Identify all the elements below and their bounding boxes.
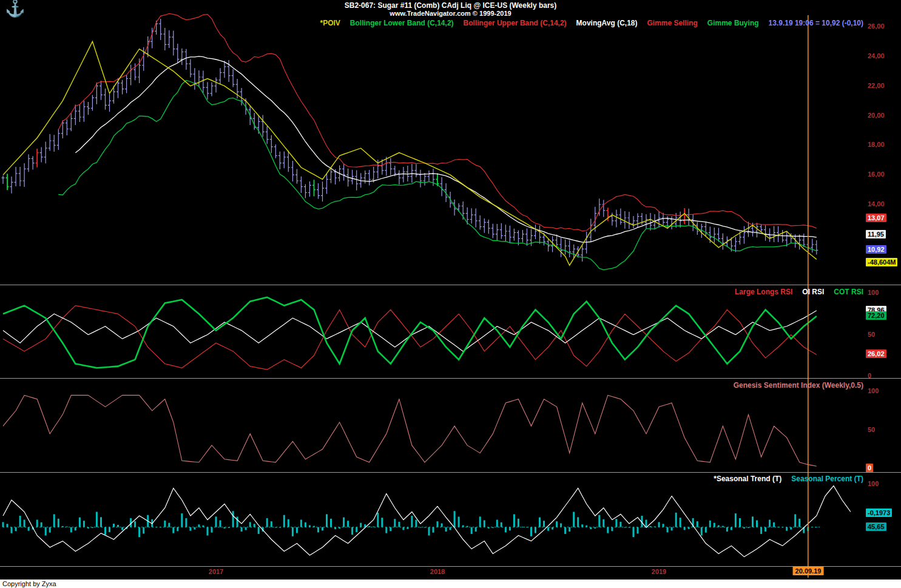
seasonal-percent-bar xyxy=(598,515,600,527)
year-label: 2019 xyxy=(652,568,666,575)
seasonal-percent-bar xyxy=(202,525,204,527)
scale-tick: 18,00 xyxy=(868,141,885,148)
scale-tick: 22,00 xyxy=(868,82,885,89)
seasonal-percent-bar xyxy=(458,517,460,527)
seasonal-percent-bar xyxy=(258,527,260,534)
seasonal-percent-bar xyxy=(684,527,686,530)
seasonal-percent-bar xyxy=(462,525,464,527)
seasonal-percent-bar xyxy=(484,520,485,527)
seasonal-percent-bar xyxy=(373,527,374,527)
seasonal-percent-bar xyxy=(564,527,566,534)
legend-bollinger-lower[interactable]: Bollinger Lower Band (C,14,2) xyxy=(350,19,454,27)
seasonal-percent-bar xyxy=(177,527,178,532)
seasonal-percent-bar xyxy=(705,527,707,533)
seasonal-percent-bar xyxy=(334,527,336,529)
seasonal-percent-bar xyxy=(530,527,532,536)
label-sentiment-index[interactable]: Genesis Sentiment Index (Weekly,0.5) xyxy=(734,381,863,390)
seasonal-percent-bar xyxy=(680,518,681,527)
seasonal-percent-bar xyxy=(815,527,817,527)
seasonal-percent-bar xyxy=(245,527,247,530)
legend-poiv[interactable]: *POIV xyxy=(320,19,340,27)
legend-bollinger-upper[interactable]: Bollinger Upper Band (C,14,2) xyxy=(464,19,567,27)
sentiment-line xyxy=(3,395,817,466)
label-seasonal-percent[interactable]: Seasonal Percent (T) xyxy=(791,475,863,483)
sentiment-panel-labels: Genesis Sentiment Index (Weekly,0.5) xyxy=(734,381,863,390)
moving-average-line xyxy=(75,56,817,242)
seasonal-percent-bar xyxy=(168,523,170,527)
seasonal-percent-bar xyxy=(271,521,272,527)
value-badge: 10,92 xyxy=(866,245,886,254)
seasonal-percent-bar xyxy=(292,527,294,536)
seasonal-percent-bar xyxy=(283,515,285,527)
legend-gimme-buying[interactable]: Gimme Buying xyxy=(707,19,759,27)
legend-gimme-selling[interactable]: Gimme Selling xyxy=(647,19,698,27)
label-oi-rsi[interactable]: OI RSI xyxy=(802,288,824,296)
year-label: 2018 xyxy=(430,568,445,575)
seasonal-percent-bar xyxy=(526,527,528,527)
seasonal-percent-bar xyxy=(109,527,110,532)
seasonal-percent-bar xyxy=(450,527,451,530)
seasonal-percent-bar xyxy=(718,525,720,527)
seasonal-percent-bar xyxy=(522,527,524,527)
legend-movingavg[interactable]: MovingAvg (C,18) xyxy=(576,19,638,27)
scale-tick: 100 xyxy=(868,289,879,296)
seasonal-percent-bar xyxy=(577,517,579,527)
poiv-line xyxy=(3,41,817,265)
seasonal-percent-bar xyxy=(249,522,251,527)
bollinger-upper-line xyxy=(58,13,817,231)
seasonal-percent-bar xyxy=(113,524,115,527)
seasonal-percent-bar xyxy=(15,527,17,532)
panel-separator[interactable] xyxy=(0,378,901,379)
seasonal-percent-bar xyxy=(420,527,422,528)
seasonal-percent-bar xyxy=(714,523,715,527)
seasonal-percent-bar xyxy=(121,527,123,530)
seasonal-percent-bar xyxy=(155,527,157,527)
seasonal-percent-bar xyxy=(513,514,515,527)
seasonal-percent-bar xyxy=(633,527,635,537)
seasonal-percent-bar xyxy=(594,527,596,529)
seasonal-percent-bar xyxy=(445,527,447,532)
seasonal-percent-bar xyxy=(501,522,502,527)
seasonal-percent-bar xyxy=(194,527,195,530)
seasonal-percent-bar xyxy=(254,524,255,527)
seasonal-percent-bar xyxy=(675,513,677,527)
seasonal-percent-bar xyxy=(611,527,613,532)
seasonal-percent-bar xyxy=(368,526,370,527)
seasonal-percent-bar xyxy=(100,517,102,527)
seasonal-percent-bar xyxy=(232,511,234,527)
seasonal-percent-bar xyxy=(663,524,664,527)
seasonal-percent-bar xyxy=(556,521,558,527)
seasonal-percent-bar xyxy=(794,514,796,527)
label-large-longs-rsi[interactable]: Large Longs RSI xyxy=(735,288,792,296)
gimme-buying-bars xyxy=(6,174,439,197)
seasonal-percent-bar xyxy=(279,527,281,528)
seasonal-percent-bar xyxy=(79,518,81,527)
seasonal-percent-bar xyxy=(330,519,332,527)
seasonal-percent-bar xyxy=(585,525,587,527)
seasonal-percent-bar xyxy=(19,516,21,527)
seasonal-percent-bar xyxy=(7,524,8,527)
value-badge: -0,1973 xyxy=(866,509,892,517)
date-cursor-line[interactable] xyxy=(808,15,809,578)
value-badge: 13,07 xyxy=(866,214,886,222)
seasonal-percent-bar xyxy=(697,521,698,527)
seasonal-percent-bar xyxy=(539,518,541,527)
panel-separator[interactable] xyxy=(0,566,901,567)
panel-separator[interactable] xyxy=(0,285,901,285)
seasonal-percent-bar xyxy=(552,527,553,530)
seasonal-percent-bar xyxy=(624,527,626,528)
seasonal-percent-bar xyxy=(41,522,42,527)
label-cot-rsi[interactable]: COT RSI xyxy=(834,288,863,296)
value-badge: 11,95 xyxy=(866,230,886,238)
scale-tick: 14,00 xyxy=(868,200,885,208)
seasonal-percent-bar xyxy=(731,527,732,530)
seasonal-percent-bar xyxy=(2,522,4,527)
label-seasonal-trend[interactable]: *Seasonal Trend (T) xyxy=(714,475,781,483)
seasonal-percent-bar xyxy=(671,527,673,531)
seasonal-percent-bar xyxy=(92,527,93,528)
seasonal-percent-bar xyxy=(241,527,243,532)
seasonal-percent-bar xyxy=(786,527,788,531)
value-badge: 45,65 xyxy=(866,522,886,531)
panel-separator[interactable] xyxy=(0,472,901,473)
seasonal-percent-bar xyxy=(207,527,209,536)
